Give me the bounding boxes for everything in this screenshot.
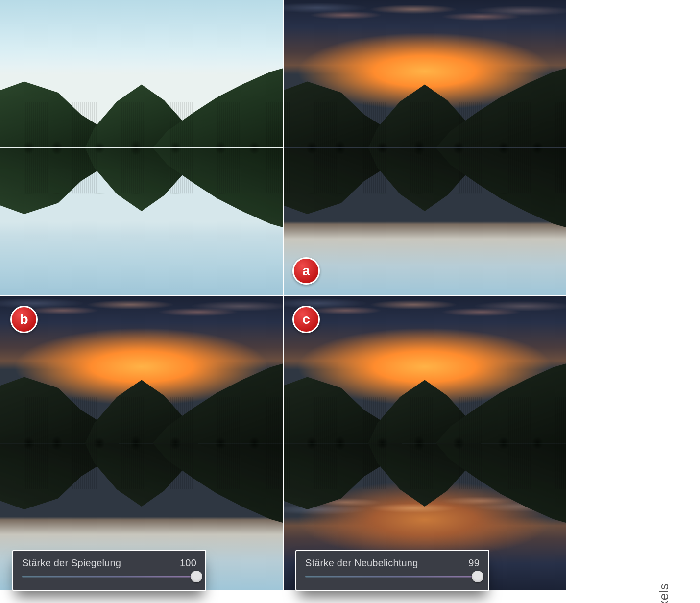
slider-relight-track[interactable] (305, 573, 480, 580)
badge-b: b (10, 306, 38, 333)
badge-c: c (292, 306, 320, 333)
panel-original (0, 0, 283, 295)
image-grid: a b S (0, 0, 566, 591)
figure: a b S (0, 0, 700, 603)
panel-c: c Stärke der Neubelichtung 99 (283, 295, 566, 591)
slider-reflection-value: 100 (180, 557, 196, 569)
slider-relight-value: 99 (468, 557, 480, 569)
slider-relight-label: Stärke der Neubelichtung (305, 557, 418, 569)
slider-relight[interactable]: Stärke der Neubelichtung 99 (295, 550, 489, 591)
slider-reflection-label: Stärke der Spiegelung (22, 557, 121, 569)
panel-b: b Stärke der Spiegelung 100 (0, 295, 283, 591)
photo-credit: Foto: eberhard grossgasteiger – pexels (656, 583, 672, 603)
slider-reflection-track[interactable] (22, 573, 196, 580)
panel-a: a (283, 0, 566, 295)
slider-relight-thumb[interactable] (472, 571, 483, 582)
slider-reflection-thumb[interactable] (191, 571, 202, 582)
badge-a: a (292, 257, 320, 285)
slider-reflection[interactable]: Stärke der Spiegelung 100 (12, 550, 206, 591)
